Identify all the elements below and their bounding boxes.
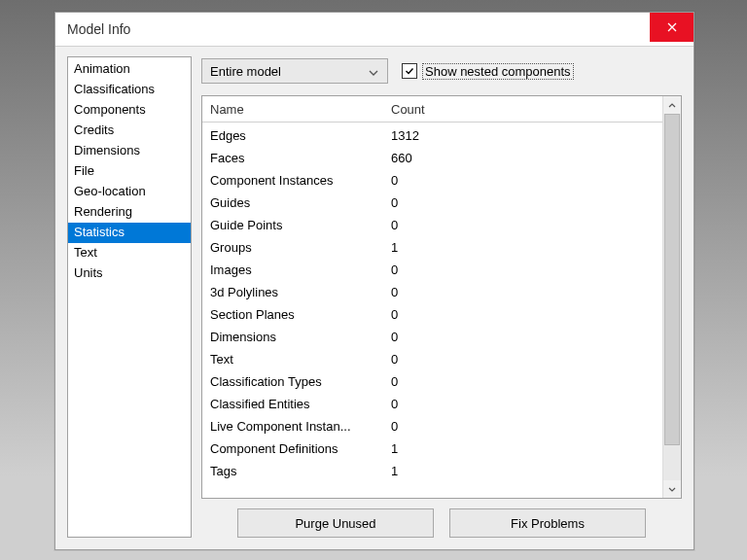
sidebar-item-rendering[interactable]: Rendering xyxy=(68,202,191,223)
close-icon xyxy=(667,22,677,32)
cell-count: 1 xyxy=(391,240,681,255)
show-nested-label: Show nested components xyxy=(423,64,573,79)
cell-name: Section Planes xyxy=(210,307,391,322)
dialog-body: AnimationClassificationsComponentsCredit… xyxy=(55,47,694,549)
scroll-up-icon[interactable] xyxy=(663,96,681,114)
titlebar: Model Info xyxy=(55,13,694,47)
fix-problems-button[interactable]: Fix Problems xyxy=(449,508,646,538)
scroll-down-icon[interactable] xyxy=(663,480,681,498)
model-info-dialog: Model Info AnimationClassificationsCompo… xyxy=(54,12,694,550)
cell-count: 0 xyxy=(391,173,681,188)
table-row: Tags1 xyxy=(210,460,681,482)
cell-name: Groups xyxy=(210,240,391,255)
table-row: Images0 xyxy=(210,259,681,281)
statistics-table: Name Count Edges1312Faces660Component In… xyxy=(201,95,682,499)
cell-name: Classification Types xyxy=(210,374,391,389)
controls-row: Entire model Show nested components xyxy=(201,56,682,86)
cell-count: 0 xyxy=(391,374,681,389)
table-row: Guide Points0 xyxy=(210,214,681,236)
table-row: Groups1 xyxy=(210,236,681,259)
sidebar-item-statistics[interactable]: Statistics xyxy=(68,223,191,243)
cell-name: Component Instances xyxy=(210,173,391,188)
cell-name: Text xyxy=(210,352,391,367)
button-row: Purge Unused Fix Problems xyxy=(201,499,682,538)
sidebar-item-file[interactable]: File xyxy=(68,161,191,182)
table-row: Faces660 xyxy=(210,147,681,169)
table-row: Guides0 xyxy=(210,192,681,214)
table-row: Edges1312 xyxy=(210,124,681,147)
sidebar-item-components[interactable]: Components xyxy=(68,100,191,121)
table-row: Dimensions0 xyxy=(210,326,681,348)
cell-name: Faces xyxy=(210,151,391,165)
sidebar-item-animation[interactable]: Animation xyxy=(68,59,191,80)
cell-name: Tags xyxy=(210,464,391,478)
category-list: AnimationClassificationsComponentsCredit… xyxy=(67,56,192,538)
scroll-thumb[interactable] xyxy=(664,114,680,445)
sidebar-item-text[interactable]: Text xyxy=(68,243,191,263)
cell-name: Guide Points xyxy=(210,218,391,232)
chevron-down-icon xyxy=(366,64,381,79)
show-nested-wrapper: Show nested components xyxy=(402,63,573,79)
table-row: Classification Types0 xyxy=(210,370,681,393)
cell-name: Edges xyxy=(210,128,391,143)
cell-count: 0 xyxy=(391,397,681,411)
cell-count: 0 xyxy=(391,352,681,367)
cell-name: Dimensions xyxy=(210,330,391,344)
cell-name: Classified Entities xyxy=(210,397,391,411)
cell-name: Component Definitions xyxy=(210,441,391,456)
cell-count: 0 xyxy=(391,218,681,232)
cell-count: 0 xyxy=(391,285,681,299)
scope-dropdown[interactable]: Entire model xyxy=(201,58,388,84)
sidebar-item-units[interactable]: Units xyxy=(68,263,191,284)
column-header-count[interactable]: Count xyxy=(391,102,681,117)
table-row: 3d Polylines0 xyxy=(210,281,681,303)
show-nested-checkbox[interactable] xyxy=(402,63,417,79)
cell-name: Guides xyxy=(210,195,391,210)
sidebar-item-dimensions[interactable]: Dimensions xyxy=(68,141,191,161)
table-row: Component Instances0 xyxy=(210,169,681,192)
table-row: Live Component Instan...0 xyxy=(210,415,681,438)
sidebar-item-geo-location[interactable]: Geo-location xyxy=(68,182,191,202)
column-header-name[interactable]: Name xyxy=(210,102,391,117)
table-body: Edges1312Faces660Component Instances0Gui… xyxy=(202,122,681,498)
scroll-track[interactable] xyxy=(663,114,681,480)
window-title: Model Info xyxy=(67,21,130,37)
cell-count: 1 xyxy=(391,464,681,478)
main-panel: Entire model Show nested components Name… xyxy=(201,56,682,538)
cell-count: 0 xyxy=(391,419,681,434)
table-header: Name Count xyxy=(202,96,681,122)
scope-dropdown-value: Entire model xyxy=(210,64,281,79)
sidebar-item-credits[interactable]: Credits xyxy=(68,121,191,141)
table-row: Classified Entities0 xyxy=(210,393,681,415)
table-row: Component Definitions1 xyxy=(210,438,681,460)
cell-name: Images xyxy=(210,262,391,277)
cell-name: Live Component Instan... xyxy=(210,419,391,434)
cell-count: 660 xyxy=(391,151,681,165)
table-row: Text0 xyxy=(210,348,681,370)
cell-name: 3d Polylines xyxy=(210,285,391,299)
sidebar-item-classifications[interactable]: Classifications xyxy=(68,80,191,100)
check-icon xyxy=(405,66,414,76)
cell-count: 0 xyxy=(391,330,681,344)
cell-count: 1312 xyxy=(391,128,681,143)
close-button[interactable] xyxy=(650,13,694,42)
table-row: Section Planes0 xyxy=(210,303,681,326)
cell-count: 0 xyxy=(391,307,681,322)
purge-unused-button[interactable]: Purge Unused xyxy=(237,508,434,538)
vertical-scrollbar[interactable] xyxy=(662,96,681,498)
cell-count: 0 xyxy=(391,195,681,210)
cell-count: 1 xyxy=(391,441,681,456)
cell-count: 0 xyxy=(391,262,681,277)
